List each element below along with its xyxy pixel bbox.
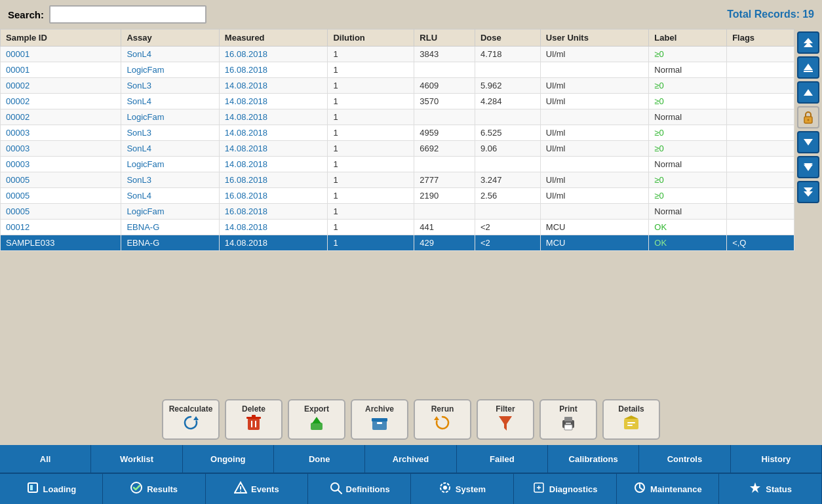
svg-rect-29	[624, 419, 638, 429]
nav-events[interactable]: Events	[206, 474, 309, 504]
col-dose[interactable]: Dose	[475, 29, 540, 47]
nav-diagnostics[interactable]: Diagnostics	[514, 474, 617, 504]
recalculate-button[interactable]: Recalculate	[162, 399, 220, 440]
svg-marker-12	[193, 416, 199, 420]
svg-rect-32	[627, 425, 633, 426]
nav-status[interactable]: Status	[719, 474, 822, 504]
scroll-up-button[interactable]	[797, 81, 819, 104]
tab-all[interactable]: All	[0, 445, 91, 473]
details-icon	[622, 414, 640, 436]
search-input[interactable]	[49, 5, 206, 24]
table-row[interactable]: 00005SonL416.08.2018121902.56Ul/ml≥0	[1, 188, 794, 204]
col-rlu[interactable]: RLU	[414, 29, 475, 47]
nav-loading[interactable]: Loading	[0, 474, 103, 504]
tab-archived[interactable]: Archived	[365, 445, 456, 473]
tab-ongoing[interactable]: Ongoing	[183, 445, 274, 473]
search-row: Search:	[8, 5, 206, 24]
nav-definitions[interactable]: Definitions	[308, 474, 411, 504]
table-row[interactable]: 00002LogicFam14.08.20181Normal	[1, 109, 794, 125]
tab-done[interactable]: Done	[274, 445, 365, 473]
details-label: Details	[618, 404, 644, 414]
table-row[interactable]: 00003LogicFam14.08.20181Normal	[1, 157, 794, 172]
svg-marker-49	[750, 482, 760, 493]
svg-marker-19	[312, 417, 321, 423]
svg-rect-28	[566, 423, 571, 424]
table-row[interactable]: 00005SonL316.08.2018127773.247Ul/ml≥0	[1, 172, 794, 188]
tab-controls[interactable]: Controls	[639, 445, 730, 473]
diagnostics-icon	[532, 481, 545, 497]
main-content: Sample ID Assay Measured Dilution RLU Do…	[0, 29, 822, 445]
results-table: Sample ID Assay Measured Dilution RLU Do…	[0, 29, 794, 251]
table-row[interactable]: 00003SonL414.08.2018166929.06Ul/ml≥0	[1, 141, 794, 157]
delete-icon	[246, 414, 262, 436]
tab-history[interactable]: History	[731, 445, 822, 473]
nav-status-label: Status	[766, 484, 792, 494]
table-row[interactable]: 00003SonL314.08.2018149596.525Ul/ml≥0	[1, 125, 794, 141]
table-row[interactable]: 00001SonL416.08.2018138434.718Ul/ml≥0	[1, 47, 794, 62]
action-buttons: Recalculate Delete Export	[0, 394, 822, 445]
table-row[interactable]: 00002SonL414.08.2018135704.284Ul/ml≥0	[1, 94, 794, 109]
col-assay[interactable]: Assay	[121, 29, 219, 47]
col-dilution[interactable]: Dilution	[328, 29, 414, 47]
filter-icon	[498, 414, 513, 436]
col-flags[interactable]: Flags	[727, 29, 794, 47]
svg-point-6	[808, 119, 810, 121]
export-button[interactable]: Export	[288, 399, 345, 440]
col-sample-id[interactable]: Sample ID	[1, 29, 121, 47]
table-row[interactable]: 00001LogicFam16.08.20181Normal	[1, 62, 794, 78]
total-records-count: 19	[802, 9, 814, 20]
definitions-icon	[329, 481, 342, 497]
lock-button[interactable]	[797, 106, 819, 128]
scroll-top-button[interactable]	[797, 56, 819, 79]
nav-system-label: System	[456, 484, 486, 494]
details-button[interactable]: Details	[602, 399, 660, 440]
col-label[interactable]: Label	[649, 29, 727, 47]
col-user-units[interactable]: User Units	[540, 29, 648, 47]
rerun-button[interactable]: Rerun	[414, 399, 471, 440]
total-records-label: Total Records:	[727, 9, 800, 20]
archive-label: Archive	[365, 404, 394, 414]
svg-rect-20	[372, 420, 387, 430]
results-icon	[130, 481, 143, 497]
nav-results[interactable]: Results	[103, 474, 206, 504]
table-scroll[interactable]: Sample ID Assay Measured Dilution RLU Do…	[0, 29, 794, 394]
scroll-buttons	[794, 29, 822, 394]
rerun-label: Rerun	[431, 404, 454, 414]
table-row[interactable]: 00002SonL314.08.2018146095.962Ul/ml≥0	[1, 78, 794, 94]
search-bar: Search: Total Records: 19	[0, 0, 822, 29]
tab-calibrations[interactable]: Calibrations	[548, 445, 639, 473]
total-records: Total Records: 19	[727, 9, 814, 20]
scroll-bottom-bottom-button[interactable]	[797, 181, 819, 203]
maintenance-icon	[633, 481, 646, 497]
svg-marker-2	[804, 64, 813, 70]
table-row[interactable]: 00005LogicFam16.08.20181Normal	[1, 204, 794, 220]
svg-rect-15	[252, 415, 256, 417]
filter-label: Filter	[496, 404, 515, 414]
nav-system[interactable]: System	[411, 474, 514, 504]
nav-maintenance[interactable]: Maintenance	[617, 474, 720, 504]
svg-marker-7	[804, 139, 813, 145]
archive-icon	[370, 414, 389, 436]
nav-loading-label: Loading	[43, 484, 77, 494]
nav-results-label: Results	[147, 484, 178, 494]
svg-point-35	[131, 482, 142, 493]
tab-worklist[interactable]: Worklist	[91, 445, 182, 473]
svg-rect-31	[627, 422, 635, 423]
filter-button[interactable]: Filter	[477, 399, 534, 440]
col-measured[interactable]: Measured	[219, 29, 328, 47]
table-row[interactable]: 00012EBNA-G14.08.20181441<2MCUOK	[1, 220, 794, 235]
delete-button[interactable]: Delete	[225, 399, 283, 440]
nav-definitions-label: Definitions	[346, 484, 390, 494]
scroll-top-top-button[interactable]	[797, 31, 819, 54]
svg-rect-22	[377, 422, 382, 424]
nav-diagnostics-label: Diagnostics	[549, 484, 598, 494]
search-label: Search:	[8, 9, 44, 20]
scroll-bottom-button[interactable]	[797, 156, 819, 178]
archive-button[interactable]: Archive	[351, 399, 408, 440]
table-row[interactable]: SAMPLE033EBNA-G14.08.20181429<2MCUOK<,Q	[1, 235, 794, 251]
nav-events-label: Events	[251, 484, 279, 494]
scroll-down-button[interactable]	[797, 131, 819, 153]
svg-marker-30	[624, 416, 638, 419]
tab-failed[interactable]: Failed	[457, 445, 548, 473]
print-button[interactable]: Print	[539, 399, 597, 440]
